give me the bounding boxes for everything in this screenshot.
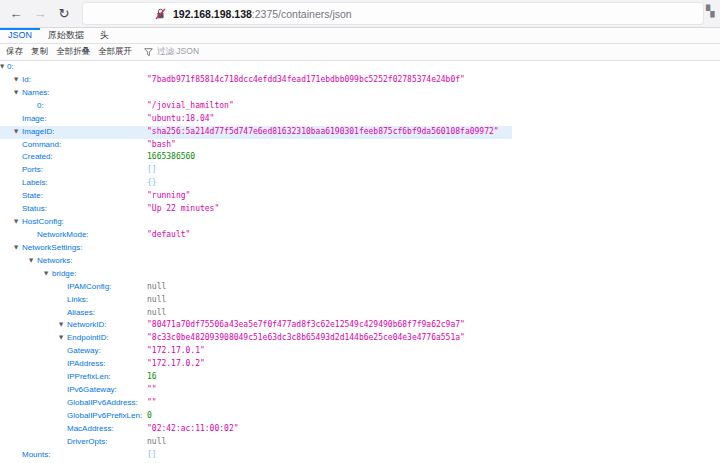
json-value: "/jovial_hamilton": [147, 100, 234, 113]
json-key: IPAMConfig:: [67, 281, 111, 294]
twisty-expand-icon[interactable]: ▼: [29, 254, 33, 267]
tree-row-IPv6Gateway[interactable]: IPv6Gateway:"": [0, 384, 720, 397]
tab-headers[interactable]: 头: [92, 28, 117, 43]
twisty-expand-icon[interactable]: ▼: [0, 60, 4, 73]
tree-row-Image[interactable]: Image:"ubuntu:18.04": [0, 113, 720, 126]
json-value: "Up 22 minutes": [147, 203, 219, 216]
json-key: HostConfig:: [22, 216, 64, 229]
tree-row-Labels[interactable]: Labels:{}: [0, 177, 720, 190]
json-key: bridge:: [52, 268, 76, 281]
json-value: 16: [147, 371, 157, 384]
json-key: Mounts:: [22, 449, 50, 462]
collapse-all-button[interactable]: 全部折叠: [56, 46, 90, 58]
twisty-expand-icon[interactable]: ▼: [14, 241, 18, 254]
json-key: 0:: [7, 61, 14, 74]
tab-raw-data[interactable]: 原始数据: [40, 28, 92, 43]
copy-button[interactable]: 复制: [31, 46, 48, 58]
tree-row-0[interactable]: 0:"/jovial_hamilton": [0, 100, 720, 113]
json-key: NetworkID:: [67, 319, 107, 332]
json-value: []: [147, 164, 157, 177]
json-value: "default": [147, 229, 190, 242]
tree-row-NetworkMode[interactable]: NetworkMode:"default": [0, 229, 720, 242]
json-value: {}: [147, 177, 157, 190]
json-key: IPv6Gateway:: [67, 384, 117, 397]
tree-row-0[interactable]: ▼0:: [0, 61, 720, 74]
tree-row-IPAMConfig[interactable]: IPAMConfig:null: [0, 281, 720, 294]
tree-row-MacAddress[interactable]: MacAddress:"02:42:ac:11:00:02": [0, 423, 720, 436]
tree-row-Command[interactable]: Command:"bash": [0, 139, 720, 152]
tree-row-Aliases[interactable]: Aliases:null: [0, 307, 720, 320]
tree-row-Status[interactable]: Status:"Up 22 minutes": [0, 203, 720, 216]
tree-row-ImageID[interactable]: ▼ImageID:"sha256:5a214d77f5d747e6ed81632…: [0, 126, 512, 139]
tree-row-Created[interactable]: Created:1665386560: [0, 151, 720, 164]
tree-row-Links[interactable]: Links:null: [0, 294, 720, 307]
twisty-expand-icon[interactable]: ▼: [14, 215, 18, 228]
twisty-expand-icon[interactable]: ▼: [14, 73, 18, 86]
filter-json-input[interactable]: 过滤 JSON: [144, 46, 199, 58]
json-value: "running": [147, 190, 190, 203]
json-key: GlobalIPv6Address:: [67, 397, 138, 410]
json-value: "80471a70df75506a43ea5e7f0f477ad8f3c62e1…: [147, 319, 465, 332]
json-value: "7badb971f85814c718dcc4efdd34fead171ebdb…: [147, 74, 465, 87]
tree-row-Names[interactable]: ▼Names:: [0, 87, 720, 100]
json-value: "ubuntu:18.04": [147, 113, 214, 126]
json-key: Links:: [67, 294, 88, 307]
json-key: Names:: [22, 87, 50, 100]
url-path: :2375/containers/json: [252, 8, 352, 20]
tree-row-State[interactable]: State:"running": [0, 190, 720, 203]
tree-row-NetworkSettings[interactable]: ▼NetworkSettings:: [0, 242, 720, 255]
twisty-expand-icon[interactable]: ▼: [14, 125, 18, 138]
twisty-expand-icon[interactable]: ▼: [14, 86, 18, 99]
reload-icon[interactable]: ↻: [52, 0, 76, 27]
tree-row-DriverOpts[interactable]: DriverOpts:null: [0, 436, 720, 449]
json-viewer-toolbar: 保存复制全部折叠全部展开 过滤 JSON: [0, 44, 720, 61]
tree-row-Mounts[interactable]: Mounts:[]: [0, 449, 720, 462]
json-tree: ▼0:▼Id:"7badb971f85814c718dcc4efdd34fead…: [0, 61, 720, 462]
address-bar[interactable]: 192.168.198.138:2375/containers/json: [83, 3, 703, 24]
json-key: State:: [22, 190, 43, 203]
json-value: null: [147, 294, 166, 307]
back-icon[interactable]: ←: [4, 0, 28, 27]
tree-row-NetworkID[interactable]: ▼NetworkID:"80471a70df75506a43ea5e7f0f47…: [0, 319, 720, 332]
tab-json[interactable]: JSON: [0, 28, 40, 43]
json-key: Image:: [22, 113, 46, 126]
tree-row-GlobalIPv6PrefixLen[interactable]: GlobalIPv6PrefixLen:0: [0, 410, 720, 423]
expand-all-button[interactable]: 全部展开: [98, 46, 132, 58]
tree-row-Gateway[interactable]: Gateway:"172.17.0.1": [0, 345, 720, 358]
tree-row-bridge[interactable]: ▼bridge:: [0, 268, 720, 281]
url-host: 192.168.198.138: [173, 8, 252, 20]
json-key: IPPrefixLen:: [67, 371, 111, 384]
tree-row-Ports[interactable]: Ports:[]: [0, 164, 720, 177]
tree-row-Id[interactable]: ▼Id:"7badb971f85814c718dcc4efdd34fead171…: [0, 74, 720, 87]
insecure-lock-icon[interactable]: [155, 8, 166, 20]
twisty-expand-icon[interactable]: ▼: [44, 267, 48, 280]
twisty-expand-icon[interactable]: ▼: [59, 331, 63, 344]
json-key: NetworkMode:: [37, 229, 89, 242]
json-key: EndpointID:: [67, 332, 109, 345]
tree-row-IPPrefixLen[interactable]: IPPrefixLen:16: [0, 371, 720, 384]
json-key: Created:: [22, 151, 53, 164]
tree-row-IPAddress[interactable]: IPAddress:"172.17.0.2": [0, 358, 720, 371]
twisty-expand-icon[interactable]: ▼: [59, 318, 63, 331]
forward-icon[interactable]: →: [28, 0, 52, 27]
json-key: MacAddress:: [67, 423, 114, 436]
json-value: "bash": [147, 139, 176, 152]
json-value: null: [147, 307, 166, 320]
tree-row-GlobalIPv6Address[interactable]: GlobalIPv6Address:"": [0, 397, 720, 410]
filter-placeholder: 过滤 JSON: [157, 46, 199, 58]
url-text[interactable]: 192.168.198.138:2375/containers/json: [173, 8, 352, 20]
json-value: 1665386560: [147, 151, 195, 164]
json-value: "": [147, 397, 157, 410]
json-value: null: [147, 281, 166, 294]
json-key: GlobalIPv6PrefixLen:: [67, 410, 142, 423]
tree-row-EndpointID[interactable]: ▼EndpointID:"8c33c0be482093908049c51e63d…: [0, 332, 720, 345]
tree-row-Networks[interactable]: ▼Networks:: [0, 255, 720, 268]
json-key: Status:: [22, 203, 47, 216]
tree-row-HostConfig[interactable]: ▼HostConfig:: [0, 216, 720, 229]
json-value: "8c33c0be482093908049c51e63dc3c8b65493d2…: [147, 332, 465, 345]
json-value: []: [147, 449, 157, 462]
save-button[interactable]: 保存: [6, 46, 23, 58]
json-key: Ports:: [22, 164, 43, 177]
browser-toolbar: ← → ↻ 192.168.198.138:2375/containers/js…: [0, 0, 720, 28]
json-key: Command:: [22, 139, 61, 152]
